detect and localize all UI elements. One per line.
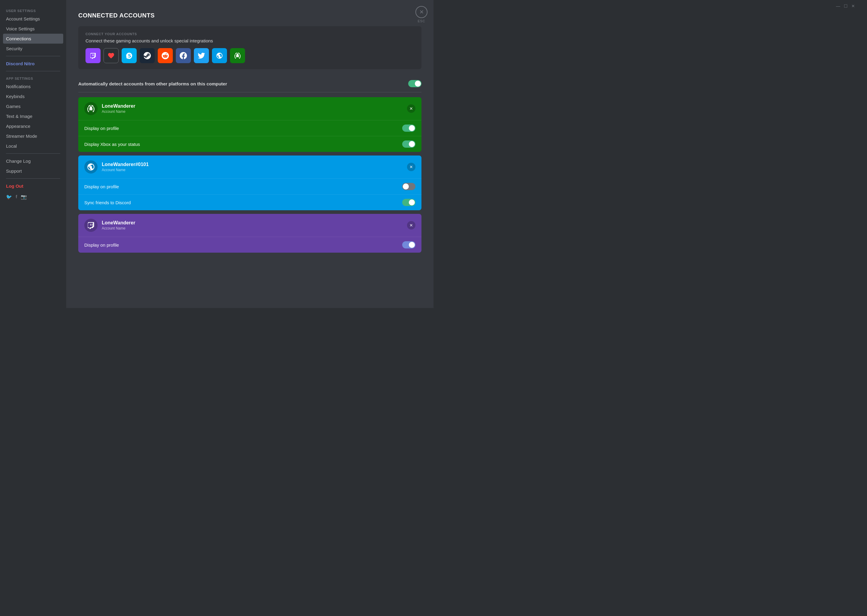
main-content: ✕ ESC Connected Accounts Connect Your Ac…: [66, 0, 434, 308]
twitch-account-info: LoneWanderer Account Name: [102, 220, 407, 230]
sidebar-item-voice-settings[interactable]: Voice Settings: [3, 24, 63, 34]
auto-detect-row: Automatically detect accounts from other…: [78, 75, 421, 92]
esc-label: ESC: [418, 19, 425, 23]
facebook-icon[interactable]: f: [16, 194, 17, 200]
xbox-display-profile-row: Display on profile: [78, 120, 421, 136]
sidebar: User Settings Account Settings Voice Set…: [0, 0, 66, 308]
xbox-display-status-toggle[interactable]: [402, 140, 415, 148]
toggle-knob: [409, 125, 415, 131]
connect-box-title: Connect Your Accounts: [85, 32, 414, 36]
sidebar-item-keybinds[interactable]: Keybinds: [3, 91, 63, 101]
platform-facebook-button[interactable]: [176, 48, 191, 63]
sidebar-item-local[interactable]: Local: [3, 141, 63, 151]
app-settings-section-label: App Settings: [3, 74, 63, 82]
close-button[interactable]: ✕: [415, 6, 427, 18]
battlenet-account-info: LoneWanderer#0101 Account Name: [102, 162, 407, 172]
xbox-username: LoneWanderer: [102, 104, 407, 109]
platform-reddit-button[interactable]: [158, 48, 173, 63]
user-settings-section-label: User Settings: [3, 6, 63, 14]
toggle-knob: [415, 81, 421, 86]
battlenet-account-icon: [84, 160, 98, 174]
platform-twitter-button[interactable]: [194, 48, 209, 63]
platform-twitch-button[interactable]: [85, 48, 101, 63]
twitch-display-profile-label: Display on profile: [84, 242, 119, 248]
connect-box-description: Connect these gaming accounts and unlock…: [85, 38, 414, 43]
page-title: Connected Accounts: [78, 12, 421, 19]
battlenet-display-profile-label: Display on profile: [84, 184, 119, 189]
sidebar-item-appearance[interactable]: Appearance: [3, 121, 63, 131]
twitch-display-profile-toggle[interactable]: [402, 241, 415, 248]
xbox-display-status-row: Display Xbox as your status: [78, 136, 421, 152]
twitch-remove-button[interactable]: ✕: [407, 221, 415, 229]
battlenet-display-profile-toggle[interactable]: [402, 183, 415, 190]
close-button-area: ✕ ESC: [415, 6, 427, 23]
toggle-knob: [409, 141, 415, 147]
xbox-display-profile-toggle[interactable]: [402, 124, 415, 132]
xbox-account-info: LoneWanderer Account Name: [102, 104, 407, 114]
sidebar-item-connections[interactable]: Connections: [3, 34, 63, 44]
sidebar-item-logout[interactable]: Log Out: [3, 181, 63, 191]
xbox-display-status-label: Display Xbox as your status: [84, 141, 140, 147]
auto-detect-toggle[interactable]: [408, 80, 421, 87]
auto-detect-label: Automatically detect accounts from other…: [78, 81, 227, 86]
account-card-battlenet: LoneWanderer#0101 Account Name ✕ Display…: [78, 156, 421, 210]
account-card-twitch: LoneWanderer Account Name ✕ Display on p…: [78, 214, 421, 253]
battlenet-account-sub: Account Name: [102, 168, 407, 172]
sidebar-divider-3: [6, 153, 60, 154]
sidebar-item-notifications[interactable]: Notifications: [3, 82, 63, 91]
toggle-knob: [409, 200, 415, 206]
xbox-display-profile-label: Display on profile: [84, 126, 119, 131]
twitch-display-profile-row: Display on profile: [78, 237, 421, 253]
toggle-knob: [403, 184, 409, 190]
battlenet-remove-button[interactable]: ✕: [407, 163, 415, 171]
platform-xbox-button[interactable]: [230, 48, 245, 63]
battlenet-display-profile-row: Display on profile: [78, 178, 421, 194]
twitch-account-icon: [84, 218, 98, 232]
battlenet-sync-friends-row: Sync friends to Discord: [78, 194, 421, 210]
sidebar-item-security[interactable]: Security: [3, 44, 63, 53]
twitter-icon[interactable]: 🐦: [6, 194, 12, 200]
battlenet-sync-friends-label: Sync friends to Discord: [84, 200, 131, 205]
sidebar-item-support[interactable]: Support: [3, 166, 63, 176]
platform-youtube-button[interactable]: [104, 48, 118, 63]
platform-icons-list: [85, 48, 414, 63]
social-links: 🐦 f 📷: [3, 191, 63, 203]
sidebar-divider-2: [6, 71, 60, 71]
platform-battlenet-button[interactable]: [212, 48, 227, 63]
battlenet-card-header: LoneWanderer#0101 Account Name ✕: [78, 156, 421, 178]
instagram-icon[interactable]: 📷: [21, 194, 27, 200]
toggle-knob: [409, 242, 415, 248]
sidebar-item-discord-nitro[interactable]: Discord Nitro: [3, 59, 63, 69]
twitch-username: LoneWanderer: [102, 220, 407, 226]
platform-skype-button[interactable]: [121, 48, 137, 63]
xbox-card-header: LoneWanderer Account Name ✕: [78, 97, 421, 120]
twitch-account-sub: Account Name: [102, 226, 407, 230]
xbox-account-icon: [84, 102, 98, 115]
account-card-xbox: LoneWanderer Account Name ✕ Display on p…: [78, 97, 421, 152]
connect-box: Connect Your Accounts Connect these gami…: [78, 26, 421, 69]
platform-steam-button[interactable]: [140, 48, 155, 63]
battlenet-sync-friends-toggle[interactable]: [402, 199, 415, 206]
sidebar-item-change-log[interactable]: Change Log: [3, 156, 63, 166]
sidebar-item-streamer-mode[interactable]: Streamer Mode: [3, 131, 63, 141]
sidebar-item-text-image[interactable]: Text & Image: [3, 111, 63, 121]
battlenet-username: LoneWanderer#0101: [102, 162, 407, 167]
sidebar-item-games[interactable]: Games: [3, 101, 63, 111]
xbox-account-sub: Account Name: [102, 110, 407, 114]
sidebar-item-account-settings[interactable]: Account Settings: [3, 14, 63, 24]
xbox-remove-button[interactable]: ✕: [407, 104, 415, 113]
sidebar-divider-1: [6, 56, 60, 56]
twitch-card-header: LoneWanderer Account Name ✕: [78, 214, 421, 237]
sidebar-divider-4: [6, 178, 60, 179]
